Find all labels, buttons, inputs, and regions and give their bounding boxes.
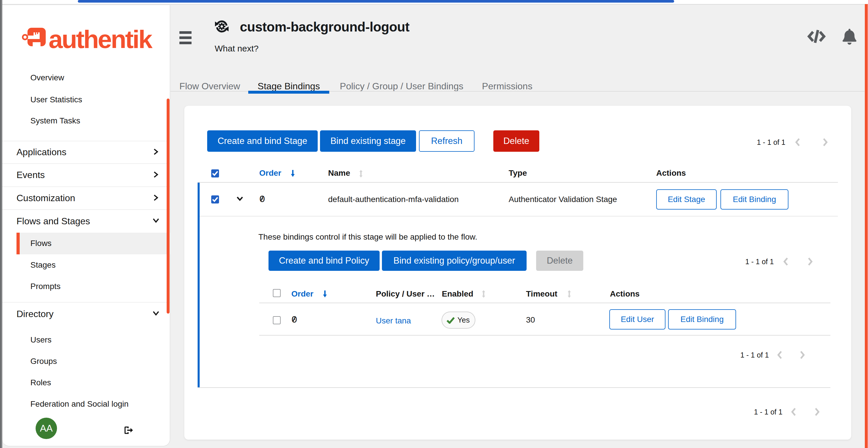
svg-text:authentik: authentik [49,26,153,51]
